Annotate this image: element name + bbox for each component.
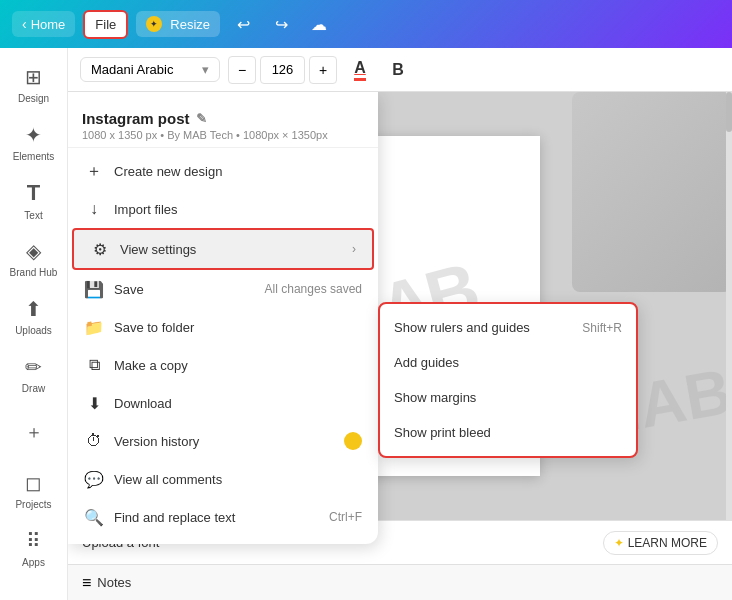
version-badge <box>344 432 362 450</box>
history-icon: ⏱ <box>84 431 104 451</box>
menu-item-copy[interactable]: ⧉ Make a copy <box>68 346 378 384</box>
submenu-item-margins[interactable]: Show margins <box>380 380 636 415</box>
submenu-item-print-bleed[interactable]: Show print bleed <box>380 415 636 450</box>
add-icon: ＋ <box>25 420 43 444</box>
plus-icon: + <box>319 62 327 78</box>
home-button[interactable]: ‹ Home <box>12 11 75 37</box>
menu-copy-label: Make a copy <box>114 358 362 373</box>
menu-version-label: Version history <box>114 434 330 449</box>
sidebar-item-brandhub[interactable]: ◈ Brand Hub <box>4 230 64 286</box>
copy-icon: ⧉ <box>84 355 104 375</box>
rulers-shortcut: Shift+R <box>582 321 622 335</box>
file-menu-overlay: Instagram post ✎ 1080 x 1350 px • By MAB… <box>68 92 732 600</box>
menu-create-label: Create new design <box>114 164 362 179</box>
file-menu: Instagram post ✎ 1080 x 1350 px • By MAB… <box>68 92 378 544</box>
comments-icon: 💬 <box>84 469 104 489</box>
brandhub-icon: ◈ <box>26 239 41 263</box>
show-margins-label: Show margins <box>394 390 476 405</box>
content-area: Madani Arabic ▾ − + A B <box>68 48 732 600</box>
font-color-button[interactable]: A <box>345 55 375 85</box>
design-subtitle: 1080 x 1350 px • By MAB Tech • 1080px × … <box>82 129 364 141</box>
sidebar-item-text[interactable]: T Text <box>4 172 64 228</box>
add-guides-label: Add guides <box>394 355 459 370</box>
elements-icon: ✦ <box>25 123 42 147</box>
rulers-guides-label: Show rulers and guides <box>394 320 530 335</box>
save-icon: 💾 <box>84 279 104 299</box>
menu-import-label: Import files <box>114 202 362 217</box>
menu-comments-label: View all comments <box>114 472 362 487</box>
file-button[interactable]: File <box>83 10 128 39</box>
sidebar-item-projects[interactable]: ◻ Projects <box>4 462 64 518</box>
chevron-left-icon: ‹ <box>22 16 27 32</box>
view-settings-submenu: Show rulers and guides Shift+R Add guide… <box>378 302 638 458</box>
font-size-input[interactable] <box>260 56 305 84</box>
menu-item-download[interactable]: ⬇ Download <box>68 384 378 422</box>
show-print-bleed-label: Show print bleed <box>394 425 491 440</box>
minus-icon: − <box>238 62 246 78</box>
topbar: ‹ Home File ✦ Resize ↩ ↪ ☁ <box>0 0 732 48</box>
create-icon: ＋ <box>84 161 104 181</box>
chevron-down-icon: ▾ <box>202 62 209 77</box>
redo-icon: ↪ <box>275 15 288 34</box>
settings-icon: ⚙ <box>90 239 110 259</box>
sidebar-item-apps[interactable]: ⠿ Apps <box>4 520 64 576</box>
menu-item-version-history[interactable]: ⏱ Version history <box>68 422 378 460</box>
undo-button[interactable]: ↩ <box>228 9 258 39</box>
submenu-item-rulers[interactable]: Show rulers and guides Shift+R <box>380 310 636 345</box>
menu-item-comments[interactable]: 💬 View all comments <box>68 460 378 498</box>
sidebar-item-design[interactable]: ⊞ Design <box>4 56 64 112</box>
resize-button[interactable]: ✦ Resize <box>136 11 220 37</box>
cloud-save-button[interactable]: ☁ <box>304 9 334 39</box>
font-selector[interactable]: Madani Arabic ▾ <box>80 57 220 82</box>
uploads-icon: ⬆ <box>25 297 42 321</box>
fontbar: Madani Arabic ▾ − + A B <box>68 48 732 92</box>
font-size-decrease-button[interactable]: − <box>228 56 256 84</box>
projects-icon: ◻ <box>25 471 42 495</box>
redo-button[interactable]: ↪ <box>266 9 296 39</box>
search-icon: 🔍 <box>84 507 104 527</box>
coin-icon: ✦ <box>146 16 162 32</box>
sidebar-item-elements[interactable]: ✦ Elements <box>4 114 64 170</box>
main-layout: ⊞ Design ✦ Elements T Text ◈ Brand Hub ⬆… <box>0 48 732 600</box>
menu-view-settings-label: View settings <box>120 242 342 257</box>
find-replace-shortcut: Ctrl+F <box>329 510 362 524</box>
font-bold-button[interactable]: B <box>383 55 413 85</box>
font-size-increase-button[interactable]: + <box>309 56 337 84</box>
apps-icon: ⠿ <box>26 529 41 553</box>
submenu-item-guides[interactable]: Add guides <box>380 345 636 380</box>
sidebar-item-draw[interactable]: ✏ Draw <box>4 346 64 402</box>
file-menu-header: Instagram post ✎ 1080 x 1350 px • By MAB… <box>68 100 378 148</box>
text-icon: T <box>27 180 40 206</box>
cloud-icon: ☁ <box>311 15 327 34</box>
design-icon: ⊞ <box>25 65 42 89</box>
menu-save-label: Save <box>114 282 255 297</box>
sidebar-item-uploads[interactable]: ⬆ Uploads <box>4 288 64 344</box>
import-icon: ↓ <box>84 199 104 219</box>
download-icon: ⬇ <box>84 393 104 413</box>
menu-save-folder-label: Save to folder <box>114 320 362 335</box>
menu-download-label: Download <box>114 396 362 411</box>
chevron-right-icon: › <box>352 242 356 256</box>
menu-item-create[interactable]: ＋ Create new design <box>68 152 378 190</box>
design-title: Instagram post ✎ <box>82 110 364 127</box>
draw-icon: ✏ <box>25 355 42 379</box>
folder-icon: 📁 <box>84 317 104 337</box>
undo-icon: ↩ <box>237 15 250 34</box>
menu-item-save[interactable]: 💾 Save All changes saved <box>68 270 378 308</box>
save-status: All changes saved <box>265 282 362 296</box>
menu-item-view-settings[interactable]: ⚙ View settings › <box>72 228 374 270</box>
menu-item-import[interactable]: ↓ Import files <box>68 190 378 228</box>
font-size-control: − + <box>228 56 337 84</box>
edit-pen-icon[interactable]: ✎ <box>196 111 207 126</box>
menu-item-save-folder[interactable]: 📁 Save to folder <box>68 308 378 346</box>
menu-find-replace-label: Find and replace text <box>114 510 319 525</box>
sidebar: ⊞ Design ✦ Elements T Text ◈ Brand Hub ⬆… <box>0 48 68 600</box>
menu-item-find-replace[interactable]: 🔍 Find and replace text Ctrl+F <box>68 498 378 536</box>
sidebar-item-add[interactable]: ＋ <box>4 404 64 460</box>
